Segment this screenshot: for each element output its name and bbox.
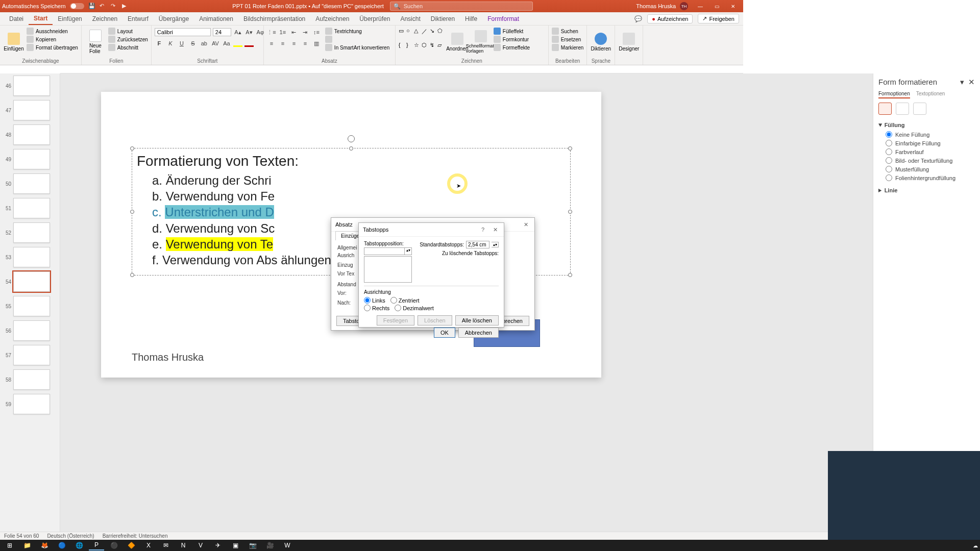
resize-handle-se[interactable] — [568, 273, 572, 277]
redo-icon[interactable]: ↷ — [111, 3, 118, 10]
dialog-tabstops-close-icon[interactable]: ✕ — [491, 225, 500, 234]
radio-center[interactable]: Zentriert — [390, 297, 420, 304]
undo-icon[interactable]: ↶ — [100, 3, 107, 10]
thumb-55[interactable]: 55 — [0, 294, 60, 318]
comments-icon[interactable]: 💬 — [634, 15, 642, 22]
new-slide-button[interactable]: Neue Folie — [85, 28, 106, 56]
thumb-53[interactable]: 53 — [0, 245, 60, 269]
font-name[interactable] — [155, 28, 211, 36]
outline-button[interactable]: Formkontur — [494, 36, 530, 43]
slide-canvas[interactable]: Formatierung von Texten: a. Änderung der… — [60, 73, 743, 416]
user-avatar[interactable]: TH — [680, 2, 688, 10]
reset-button[interactable]: Zurücksetzen — [108, 36, 148, 43]
arrange-button[interactable]: Anordnen — [447, 28, 468, 56]
thumb-48[interactable]: 48 — [0, 122, 60, 147]
tab-list[interactable] — [364, 256, 412, 283]
bold-icon[interactable]: F — [155, 39, 164, 48]
justify-icon[interactable]: ≡ — [301, 39, 310, 48]
resize-handle-w[interactable] — [130, 210, 134, 214]
shadow-icon[interactable]: ab — [200, 39, 209, 48]
quick-styles-button[interactable]: Schnellformat- vorlagen — [470, 28, 492, 56]
tab-cancel-button[interactable]: Abbrechen — [458, 328, 499, 338]
slideshow-icon[interactable]: ▶ — [122, 3, 129, 10]
tab-insert[interactable]: Einfügen — [53, 13, 87, 24]
tab-record[interactable]: Aufzeichnen — [310, 13, 354, 24]
find-button[interactable]: Suchen — [552, 28, 583, 35]
thumb-54[interactable]: 54 — [0, 269, 60, 294]
ruler[interactable] — [60, 65, 743, 73]
fill-button[interactable]: Fülleffekt — [494, 28, 530, 35]
format-painter-button[interactable]: Format übertragen — [27, 44, 78, 51]
tab-shapeformat[interactable]: Formformat — [482, 13, 524, 24]
record-button[interactable]: ●Aufzeichnen — [647, 14, 693, 23]
rotate-handle[interactable] — [348, 135, 355, 142]
resize-handle-ne[interactable] — [568, 146, 572, 151]
align-text-button[interactable] — [325, 36, 389, 43]
columns-icon[interactable]: ▥ — [312, 39, 321, 48]
tab-default-spinner[interactable]: ▴▾ — [492, 242, 499, 247]
tab-help[interactable]: Hilfe — [460, 13, 482, 24]
close-icon[interactable]: ✕ — [725, 0, 741, 12]
maximize-icon[interactable]: ▭ — [708, 0, 725, 12]
text-direction-button[interactable]: Textrichtung — [325, 28, 389, 35]
underline-icon[interactable]: U — [177, 39, 186, 48]
tab-clearall-button[interactable]: Alle löschen — [455, 315, 499, 325]
dialog-tabstops-help-icon[interactable]: ? — [478, 225, 487, 234]
select-button[interactable]: Markieren — [552, 44, 583, 51]
dialog-absatz-close-icon[interactable]: ✕ — [521, 220, 530, 229]
outdent-icon[interactable]: ⇤ — [289, 28, 299, 37]
designer-button[interactable]: Designer — [618, 28, 640, 56]
paste-button[interactable]: Einfügen — [3, 28, 24, 56]
user-name[interactable]: Thomas Hruska — [636, 3, 676, 9]
minimize-icon[interactable]: — — [692, 0, 708, 12]
tab-transitions[interactable]: Übergänge — [154, 13, 194, 24]
radio-decimal[interactable]: Dezimalwert — [395, 305, 434, 311]
thumb-58[interactable]: 58 — [0, 367, 60, 392]
align-right-icon[interactable]: ≡ — [289, 39, 299, 48]
grow-font-icon[interactable]: A▴ — [233, 28, 242, 37]
font-color-icon[interactable] — [244, 40, 254, 47]
tab-clear-button[interactable]: Löschen — [418, 315, 452, 325]
numbering-icon[interactable]: 1≡ — [278, 28, 287, 37]
effects-button[interactable]: Formeffekte — [494, 44, 530, 51]
tab-pos-spinner[interactable]: ▴▾ — [405, 247, 412, 255]
resize-handle-nw[interactable] — [130, 146, 134, 151]
tab-slideshow[interactable]: Bildschirmpräsentation — [238, 13, 310, 24]
share-button[interactable]: ↗Freigeben — [698, 14, 739, 23]
tab-set-button[interactable]: Festlegen — [377, 315, 414, 325]
cut-button[interactable]: Ausschneiden — [27, 28, 78, 35]
resize-handle-e[interactable] — [568, 210, 572, 214]
thumb-52[interactable]: 52 — [0, 220, 60, 245]
thumb-47[interactable]: 47 — [0, 98, 60, 122]
search-box[interactable]: 🔍 — [390, 2, 533, 11]
linespacing-icon[interactable]: ↕≡ — [312, 28, 321, 37]
highlight-color-icon[interactable] — [233, 40, 242, 47]
thumb-46[interactable]: 46 — [0, 73, 60, 98]
tab-design[interactable]: Entwurf — [122, 13, 154, 24]
tab-draw[interactable]: Zeichnen — [87, 13, 122, 24]
font-size[interactable] — [213, 28, 231, 36]
tab-view[interactable]: Ansicht — [395, 13, 425, 24]
slide-body-text[interactable]: a. Änderung der Schri b. Verwendung von … — [152, 172, 331, 268]
save-icon[interactable]: 💾 — [88, 3, 95, 10]
copy-button[interactable]: Kopieren — [27, 36, 78, 43]
search-input[interactable] — [404, 3, 529, 9]
align-center-icon[interactable]: ≡ — [278, 39, 287, 48]
bullets-icon[interactable]: ⋮≡ — [267, 28, 276, 37]
autosave-toggle[interactable] — [70, 3, 84, 9]
slide-title-text[interactable]: Formatierung von Texten: — [137, 153, 299, 169]
spacing-icon[interactable]: AV — [211, 39, 220, 48]
replace-button[interactable]: Ersetzen — [552, 36, 583, 43]
tab-pos-input[interactable] — [364, 247, 405, 255]
shapes-gallery[interactable]: ▭○△／↘⬠ {}☆⬡↯▱ — [399, 28, 445, 54]
tab-animations[interactable]: Animationen — [194, 13, 238, 24]
tab-review[interactable]: Überprüfen — [354, 13, 395, 24]
resize-handle-sw[interactable] — [130, 273, 134, 277]
dictate-button[interactable]: Diktieren — [590, 28, 611, 56]
align-left-icon[interactable]: ≡ — [267, 39, 276, 48]
thumb-49[interactable]: 49 — [0, 147, 60, 171]
thumb-50[interactable]: 50 — [0, 171, 60, 196]
thumb-59[interactable]: 59 — [0, 392, 60, 416]
tab-start[interactable]: Start — [29, 13, 53, 25]
section-button[interactable]: Abschnitt — [108, 44, 148, 51]
